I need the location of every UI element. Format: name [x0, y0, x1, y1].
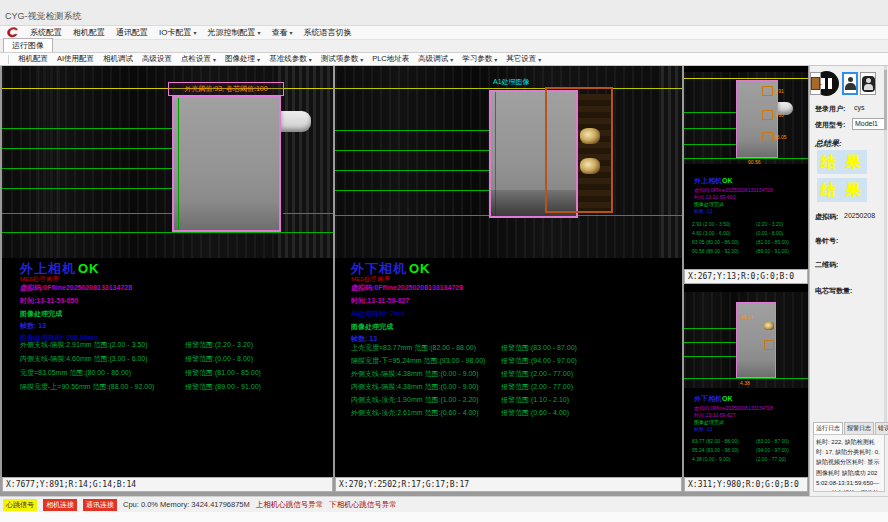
- tool-ai-usage-config[interactable]: AI使用配置: [57, 54, 94, 64]
- time-line: 时间:13-31-59-627: [694, 412, 735, 418]
- inspected-part: [172, 96, 281, 232]
- user-dark-icon: [862, 76, 875, 92]
- scrollbar-track[interactable]: [884, 66, 887, 422]
- measure-row: 4.60 (3.00 - 6.00): [692, 230, 730, 236]
- mini-viewport-upper[interactable]: 2.91 4.60 83.05 90.56: [684, 72, 808, 164]
- camera-panel-lower-outer: A1处理图像 外下相机OK MES处理:断开 虚拟码:0Ffline202502…: [335, 66, 682, 477]
- barcode-value: 20250208: [844, 212, 875, 219]
- measure-line: [2, 148, 172, 149]
- result-indicator-2: 结 果: [817, 178, 867, 202]
- measure-line: [684, 128, 736, 129]
- cpu-memory-status: Cpu: 0.0% Memory: 3424.41796875M: [123, 500, 250, 509]
- ai-elapsed-line: AI处理耗时: 7ms: [351, 309, 404, 319]
- chevron-down-icon: ▾: [494, 56, 497, 63]
- tool-baseline-params[interactable]: 基准线参数▾: [269, 54, 312, 64]
- process-done-line: 图像处理完成: [694, 419, 724, 425]
- connector-tab: [281, 111, 311, 132]
- menu-view[interactable]: 查看▾: [271, 27, 292, 38]
- chevron-down-icon: ▾: [257, 29, 260, 36]
- measure-row: 隔膜宽度-下=95.24mm 范围:(93.00 - 98.00): [351, 356, 485, 366]
- tool-camera-config[interactable]: 相机配置: [18, 54, 48, 64]
- exit-button[interactable]: →: [810, 72, 821, 95]
- menu-light-config[interactable]: 光源控制配置▾: [207, 27, 260, 38]
- tool-advanced-settings[interactable]: 高级设置: [142, 54, 172, 64]
- measure-line: [335, 170, 489, 171]
- scrollbar-thumb[interactable]: [884, 70, 887, 130]
- roi-box: [762, 132, 773, 142]
- threshold-overlay-label: 外壳阈值:93, 卷芯阈值:100: [168, 82, 284, 96]
- exit-door-icon: →: [811, 77, 820, 90]
- app-window: CYG-视觉检测系统 系统配置 相机配置 通讯配置 IO卡配置▾ 光源控制配置▾…: [0, 0, 888, 522]
- menu-system-config[interactable]: 系统配置: [30, 27, 62, 38]
- user-manage-button[interactable]: [860, 72, 876, 95]
- alarm-row: 报警范围:(2.00 - 77.00): [501, 369, 573, 379]
- login-user-button[interactable]: [842, 72, 858, 95]
- toolbar: 相机配置 AI使用配置 相机调试 高级设置 点检设置▾ 图像处理▾ 基准线参数▾…: [0, 53, 888, 66]
- image-band: [36, 66, 60, 258]
- camera-viewport-upper[interactable]: 外壳阈值:93, 卷芯阈值:100: [2, 66, 333, 258]
- measure-line: [2, 128, 172, 129]
- mini-panel-lower: 95.24 4.38 外下相机OK 虚拟码:0Ffline20250208133…: [684, 284, 808, 477]
- tool-advanced-debug[interactable]: 高级调试▾: [418, 54, 453, 64]
- measure-row: 83.05 (80.00 - 86.00): [692, 239, 739, 245]
- measure-row: 90.56 (88.00 - 92.00): [692, 248, 739, 254]
- measure-line: [335, 130, 489, 131]
- menu-io-config[interactable]: IO卡配置▾: [159, 27, 196, 38]
- tool-other-settings[interactable]: 其它设置▾: [506, 54, 541, 64]
- roi-value-label: 83.05: [774, 134, 787, 140]
- mini-result-title: 外上相机OK: [694, 176, 733, 186]
- barcode-line: 虚拟码:0Ffline20250208133134728: [694, 187, 773, 193]
- tab-run-image[interactable]: 运行图像: [3, 38, 53, 52]
- measure-line: [335, 150, 489, 151]
- measure-row: 上壳宽度=83.77mm 范围:(82.00 - 88.00): [351, 343, 476, 353]
- roi-box: [762, 110, 773, 120]
- chevron-down-icon: ▾: [360, 56, 363, 63]
- alarm-row: 报警范围:(89.00 - 91.00): [185, 382, 261, 392]
- highlight-glint: [764, 322, 774, 330]
- log-output[interactable]: 耗时: 222, 缺陷检测耗时: 17, 缺陷分类耗时: 0, 缺陷视频分区耗时…: [813, 434, 885, 492]
- menu-comm-config[interactable]: 通讯配置: [116, 27, 148, 38]
- tool-plc-address-table[interactable]: PLC地址表: [372, 54, 409, 64]
- chevron-down-icon: ▾: [213, 56, 216, 63]
- model-select[interactable]: Model1: [852, 118, 886, 130]
- titlebar: CYG-视觉检测系统: [0, 0, 888, 26]
- qr-code-label: 二维码:: [815, 260, 838, 270]
- chevron-down-icon: ▾: [450, 56, 453, 63]
- alarm-row: 报警范围:(81.00 - 85.00): [185, 368, 261, 378]
- mini-viewport-lower[interactable]: 95.24 4.38: [684, 292, 808, 388]
- chevron-down-icon: ▾: [309, 56, 312, 63]
- tool-test-params[interactable]: 测试项参数▾: [321, 54, 364, 64]
- measure-row: 外侧支线-顶壳:2.61mm 范围:(0.60 - 4.00): [351, 408, 479, 418]
- camera-connection-badge: 相机连接: [43, 499, 77, 511]
- roi-value-label: 2.91: [774, 88, 784, 94]
- alarm-row: 报警范围:(2.20 - 3.20): [185, 340, 253, 350]
- alarm-row: (0.00 - 8.00): [756, 230, 783, 236]
- status-ok: OK: [78, 261, 100, 276]
- camera-viewport-lower[interactable]: A1处理图像: [335, 66, 682, 258]
- alarm-row: (2.20 - 3.20): [756, 221, 783, 227]
- menu-language-switch[interactable]: 系统语言切换: [304, 27, 352, 38]
- pixel-coords-mini-lower: X:311;Y:980;R:0;G:0;B:0: [684, 477, 808, 492]
- tab-strip: 运行图像: [0, 40, 888, 53]
- toolbar-separator: [8, 55, 9, 64]
- measure-row: 宽度=83.05mm 范围:(80.00 - 86.00): [20, 368, 131, 378]
- measure-row: 隔膜宽度-上=90.56mm 范围:(88.00 - 92.00): [20, 382, 154, 392]
- tool-image-processing[interactable]: 图像处理▾: [225, 54, 260, 64]
- tool-camera-debug[interactable]: 相机调试: [103, 54, 133, 64]
- measure-row: 外侧支线-隔膜:4.38mm 范围:(0.00 - 9.00): [351, 369, 479, 379]
- barcode-line: 虚拟码:0Ffline20250208133134728: [694, 405, 773, 411]
- total-result-label: 总结果:: [815, 138, 842, 149]
- chevron-down-icon: ▾: [289, 29, 292, 36]
- alarm-row: 报警范围:(0.00 - 8.00): [185, 354, 253, 364]
- tool-spot-check[interactable]: 点检设置▾: [181, 54, 216, 64]
- spool-number-label: 卷针号:: [815, 236, 838, 246]
- process-done-line: 图像处理完成: [351, 322, 393, 332]
- roi-box: [764, 340, 774, 350]
- menu-camera-config[interactable]: 相机配置: [73, 27, 105, 38]
- time-line: 时间:13-31-59-650: [20, 296, 78, 306]
- roi-value-label: 4.60: [774, 112, 784, 118]
- process-done-line: 图像处理完成: [694, 201, 724, 207]
- tool-learning-params[interactable]: 学习参数▾: [462, 54, 497, 64]
- measure-line: [684, 144, 736, 145]
- window-footer: [0, 512, 888, 522]
